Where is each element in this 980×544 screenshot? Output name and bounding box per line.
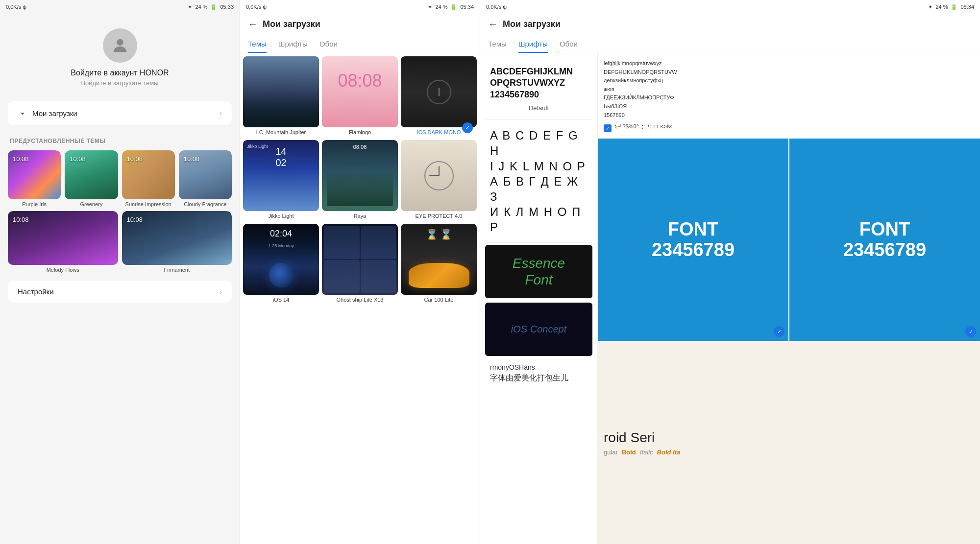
downloads-menu-item[interactable]: Мои загрузки ›	[8, 101, 232, 125]
panel-downloads: 0,0K/s ψ ✦ 24 % 🔋 05:34 ← Мои загрузки Т…	[240, 0, 480, 544]
settings-label: Настройки	[18, 287, 54, 296]
panel-fonts: 0,0K/s ψ ✦ 24 % 🔋 05:34 ← Мои загрузки Т…	[480, 0, 980, 544]
theme-clock-cloudy: 10:08	[184, 155, 200, 163]
download-item-ios-dark[interactable]: ✓ IOS DARK MONO	[401, 56, 477, 137]
bluetooth-icon-2: ✦	[428, 4, 432, 10]
font-ios-text: iOS Concept	[511, 324, 566, 335]
theme-sunrise[interactable]: 10:08 Sunrise Impression	[122, 150, 175, 207]
download-name-ghost: Ghost ship Lite X13	[322, 295, 398, 305]
font-outline-text: A B C D E F G HI J K L M N O PА Б В Г Д …	[490, 128, 588, 235]
font-roid-variants: gular Bold Italic Bold Ita	[604, 449, 680, 456]
user-icon	[110, 36, 130, 55]
theme-melody[interactable]: 10:08 Melody Flows	[8, 211, 118, 273]
p3-right-column: lefghijklmnopqrstuvwxyz DEFGHIJKLMNOPQRS…	[598, 53, 980, 544]
p3-header: ← Мои загрузки	[480, 14, 980, 35]
download-name-mountain: LC_Mountain Jupiter	[243, 127, 319, 137]
font-tile-2-check: ✓	[965, 326, 976, 337]
p3-tabs: Темы Шрифты Обои	[480, 35, 980, 53]
p3-content: ABCDEFGHIJKLMNOPQRSTUVWXYZ1234567890 Def…	[480, 53, 980, 544]
settings-menu-item[interactable]: Настройки ›	[8, 281, 232, 303]
font-harmony-chars: 字体由爱美化打包生儿	[490, 373, 588, 383]
status-left-3: 0,0K/s ψ	[486, 4, 507, 10]
tab-wallpapers-2[interactable]: Обои	[319, 35, 338, 53]
status-right-1: ✦ 24 % 🔋 05:33	[188, 4, 234, 10]
theme-cloudy[interactable]: 10:08 Cloudy Fragrance	[179, 150, 232, 207]
back-arrow-2[interactable]: ←	[248, 19, 258, 30]
p3-left-column: ABCDEFGHIJKLMNOPQRSTUVWXYZ1234567890 Def…	[480, 53, 598, 544]
download-icon	[18, 108, 27, 118]
theme-name-firmament: Firmament	[122, 267, 232, 273]
font-preview-ios-concept[interactable]: iOS Concept	[485, 303, 592, 356]
tab-themes-3[interactable]: Темы	[488, 35, 507, 53]
download-item-raya[interactable]: 08:08 Raya	[322, 140, 398, 221]
font-tile-1[interactable]: FONT23456789 ✓	[598, 139, 788, 341]
download-item-jikko[interactable]: 1402 Jikko Light Jikko Light	[243, 140, 319, 221]
font-preview-essence[interactable]: EssenceFont	[485, 245, 592, 299]
download-name-eye: EYE PROTECT 4.0	[401, 211, 477, 221]
bluetooth-icon-3: ✦	[928, 4, 932, 10]
font-roid-italic: Italic	[640, 449, 653, 456]
font-harmony-name: rmonyOSHans	[490, 363, 588, 371]
download-img-jikko: 1402 Jikko Light	[243, 140, 319, 211]
font-default-label: Default	[490, 104, 588, 112]
time-3: 05:34	[960, 4, 974, 10]
themes-download-grid: LC_Mountain Jupiter 08:08 Flamingo ✓ IOS…	[240, 53, 480, 307]
theme-clock-firmament: 10:08	[127, 216, 143, 223]
download-item-car[interactable]: ⌛ ⌛ Car 100 Lite	[401, 224, 477, 305]
p2-tabs: Темы Шрифты Обои	[240, 35, 480, 53]
theme-firmament[interactable]: 10:08 Firmament	[122, 211, 232, 273]
p3-tiles-row1: FONT23456789 ✓ FONT23456789 ✓	[598, 139, 980, 341]
downloads-label: Мои загрузки	[32, 109, 77, 118]
battery-icon-1: 🔋	[210, 4, 217, 10]
chevron-right-icon: ›	[220, 109, 222, 117]
status-bar-1: 0,0K/s ψ ✦ 24 % 🔋 05:33	[0, 0, 240, 14]
themes-grid-4: 10:08 Purple Iris 10:08 Greenery 10:08 S…	[0, 150, 240, 207]
profile-subtitle: Войдите и загрузите темы	[81, 79, 158, 87]
font-checkbox[interactable]: ✓	[604, 124, 612, 132]
tab-themes-2[interactable]: Темы	[248, 35, 267, 53]
font-special-chars: ঽ~!'?$%0^.,;̣;_\|□□□<>№	[614, 123, 673, 130]
battery-1: 24 %	[195, 4, 207, 10]
download-name-raya: Raya	[322, 211, 398, 221]
tab-wallpapers-3[interactable]: Обои	[560, 35, 578, 53]
status-right-3: ✦ 24 % 🔋 05:34	[928, 4, 974, 10]
p3-page-title: Мои загрузки	[503, 19, 561, 29]
network-speed-1: 0,0K/s ψ	[6, 4, 26, 10]
battery-icon-3: 🔋	[951, 4, 957, 10]
theme-clock-melody: 10:08	[13, 216, 29, 223]
time-2: 05:34	[460, 4, 474, 10]
theme-name-sunrise: Sunrise Impression	[122, 201, 175, 207]
profile-title: Войдите в аккаунт HONOR	[71, 69, 169, 77]
selected-badge-ios-dark: ✓	[462, 122, 473, 133]
download-item-flamingo[interactable]: 08:08 Flamingo	[322, 56, 398, 137]
font-preview-outline[interactable]: A B C D E F G HI J K L M N O PА Б В Г Д …	[485, 120, 592, 243]
theme-purple-iris[interactable]: 10:08 Purple Iris	[8, 150, 61, 207]
status-left-1: 0,0K/s ψ	[6, 4, 26, 10]
download-img-ios14: 02:04 1-25 Monday	[243, 224, 319, 295]
back-arrow-3[interactable]: ←	[488, 19, 498, 30]
tab-fonts-2[interactable]: Шрифты	[278, 35, 308, 53]
tab-fonts-3[interactable]: Шрифты	[518, 35, 548, 53]
font-roid-bold: Bold	[622, 449, 636, 456]
font-preview-default[interactable]: ABCDEFGHIJKLMNOPQRSTUVWXYZ1234567890 Def…	[485, 58, 592, 120]
download-item-mountain[interactable]: LC_Mountain Jupiter	[243, 56, 319, 137]
settings-chevron-icon: ›	[220, 288, 222, 296]
theme-img-cloudy: 10:08	[179, 150, 232, 199]
network-speed-2: 0,0K/s ψ	[246, 4, 267, 10]
download-item-ios14[interactable]: 02:04 1-25 Monday iOS 14	[243, 224, 319, 305]
status-right-2: ✦ 24 % 🔋 05:34	[428, 4, 474, 10]
download-img-ios-dark	[401, 56, 477, 127]
font-tile-roid[interactable]: roid Seri gular Bold Italic Bold Ita	[598, 342, 980, 544]
font-tile-2[interactable]: FONT23456789 ✓	[788, 139, 980, 341]
download-item-ghost[interactable]: Ghost ship Lite X13	[322, 224, 398, 305]
font-tile-1-check: ✓	[774, 326, 784, 337]
battery-3: 24 %	[935, 4, 948, 10]
font-preview-harmony[interactable]: rmonyOSHans 字体由爱美化打包生儿	[485, 358, 592, 388]
download-item-eye[interactable]: EYE PROTECT 4.0	[401, 140, 477, 221]
download-img-ghost	[322, 224, 398, 295]
theme-clock-sunrise: 10:08	[127, 155, 143, 163]
font-cyrillic-text: lefghijklmnopqrstuvwxyz DEFGHIJKLMNOPQRS…	[604, 59, 974, 119]
theme-img-sunrise: 10:08	[122, 150, 175, 199]
font-tile-1-text: FONT23456789	[652, 219, 735, 260]
theme-greenery[interactable]: 10:08 Greenery	[65, 150, 118, 207]
